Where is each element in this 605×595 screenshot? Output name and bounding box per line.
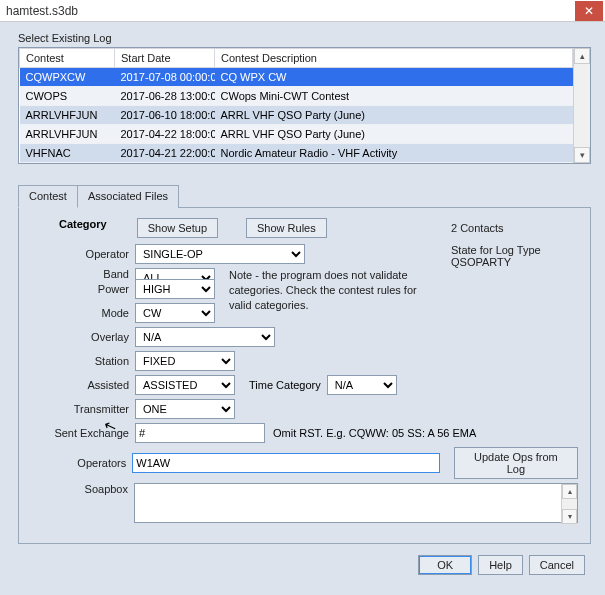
table-row[interactable]: ARRLVHFJUN2017-06-10 18:00:00ARRL VHF QS…: [20, 106, 573, 125]
assisted-select[interactable]: ASSISTED: [135, 375, 235, 395]
label-soapbox: Soapbox: [31, 483, 128, 495]
label-assisted: Assisted: [31, 379, 129, 391]
label-power: Power: [31, 283, 129, 295]
operator-select[interactable]: SINGLE-OP: [135, 244, 305, 264]
table-cell: CWOPS: [20, 87, 115, 106]
category-label: Category: [59, 218, 107, 230]
label-mode: Mode: [31, 307, 129, 319]
validate-note: Note - the program does not validate cat…: [229, 268, 419, 313]
power-select[interactable]: HIGH: [135, 279, 215, 299]
table-cell: VHFNAC: [20, 144, 115, 163]
table-row[interactable]: ARRLVHFJUN2017-04-22 18:00:00ARRL VHF QS…: [20, 125, 573, 144]
scroll-down-icon[interactable]: ▾: [574, 147, 590, 163]
label-operators: Operators: [31, 457, 126, 469]
scroll-up-icon[interactable]: ▴: [562, 484, 577, 499]
title-bar: hamtest.s3db ✕: [0, 0, 605, 22]
label-overlay: Overlay: [31, 331, 129, 343]
table-cell: ARRLVHFJUN: [20, 106, 115, 125]
window-title: hamtest.s3db: [6, 4, 575, 18]
col-contest[interactable]: Contest: [20, 49, 115, 68]
update-ops-button[interactable]: Update Ops from Log: [454, 447, 578, 479]
label-band: Band: [31, 268, 129, 280]
table-cell: CQ WPX CW: [215, 68, 573, 87]
table-cell: 2017-04-21 22:00:00: [115, 144, 215, 163]
table-cell: 2017-06-10 18:00:00: [115, 106, 215, 125]
select-existing-log-label: Select Existing Log: [18, 32, 591, 44]
table-cell: CWops Mini-CWT Contest: [215, 87, 573, 106]
cancel-button[interactable]: Cancel: [529, 555, 585, 575]
state-for-log-type: State for Log Type QSOPARTY: [451, 244, 590, 268]
label-operator: Operator: [31, 248, 129, 260]
tabstrip: Contest Associated Files: [18, 184, 591, 208]
station-select[interactable]: FIXED: [135, 351, 235, 371]
close-button[interactable]: ✕: [575, 1, 603, 21]
soapbox-scrollbar[interactable]: ▴ ▾: [561, 484, 577, 524]
scroll-up-icon[interactable]: ▴: [574, 48, 590, 64]
contacts-count: 2 Contacts: [451, 222, 590, 234]
mode-select[interactable]: CW: [135, 303, 215, 323]
table-row[interactable]: VHFNAC2017-04-21 22:00:00Nordic Amateur …: [20, 144, 573, 163]
contest-panel: Category Show Setup Show Rules 2 Contact…: [18, 208, 591, 544]
grid-scrollbar[interactable]: ▴ ▾: [573, 48, 590, 163]
col-start[interactable]: Start Date: [115, 49, 215, 68]
table-cell: Nordic Amateur Radio - VHF Activity: [215, 144, 573, 163]
table-cell: 2017-06-28 13:00:00: [115, 87, 215, 106]
log-grid[interactable]: Contest Start Date Contest Description C…: [18, 47, 591, 164]
time-category-select[interactable]: N/A: [327, 375, 397, 395]
overlay-select[interactable]: N/A: [135, 327, 275, 347]
table-cell: 2017-07-08 00:00:00: [115, 68, 215, 87]
tab-associated-files[interactable]: Associated Files: [77, 185, 179, 208]
table-cell: 2017-04-22 18:00:00: [115, 125, 215, 144]
omit-note: Omit RST. E.g. CQWW: 05 SS: A 56 EMA: [273, 427, 476, 439]
scroll-down-icon[interactable]: ▾: [562, 509, 577, 524]
label-time-category: Time Category: [249, 379, 321, 391]
close-icon: ✕: [584, 4, 594, 18]
sent-exchange-input[interactable]: [135, 423, 265, 443]
table-row[interactable]: CQWPXCW2017-07-08 00:00:00CQ WPX CW: [20, 68, 573, 87]
ok-button[interactable]: OK: [418, 555, 472, 575]
label-sent-exchange: Sent Exchange: [31, 427, 129, 439]
show-rules-button[interactable]: Show Rules: [246, 218, 327, 238]
col-desc[interactable]: Contest Description: [215, 49, 573, 68]
operators-input[interactable]: [132, 453, 439, 473]
show-setup-button[interactable]: Show Setup: [137, 218, 218, 238]
table-row[interactable]: CWOPS2017-06-28 13:00:00CWops Mini-CWT C…: [20, 87, 573, 106]
table-cell: ARRL VHF QSO Party (June): [215, 106, 573, 125]
help-button[interactable]: Help: [478, 555, 523, 575]
tab-contest[interactable]: Contest: [18, 185, 78, 208]
table-cell: ARRL VHF QSO Party (June): [215, 125, 573, 144]
table-cell: CQWPXCW: [20, 68, 115, 87]
transmitter-select[interactable]: ONE: [135, 399, 235, 419]
soapbox-textarea[interactable]: [134, 483, 578, 523]
table-cell: ARRLVHFJUN: [20, 125, 115, 144]
label-station: Station: [31, 355, 129, 367]
grid-header-row: Contest Start Date Contest Description: [20, 49, 573, 68]
label-transmitter: Transmitter: [31, 403, 129, 415]
